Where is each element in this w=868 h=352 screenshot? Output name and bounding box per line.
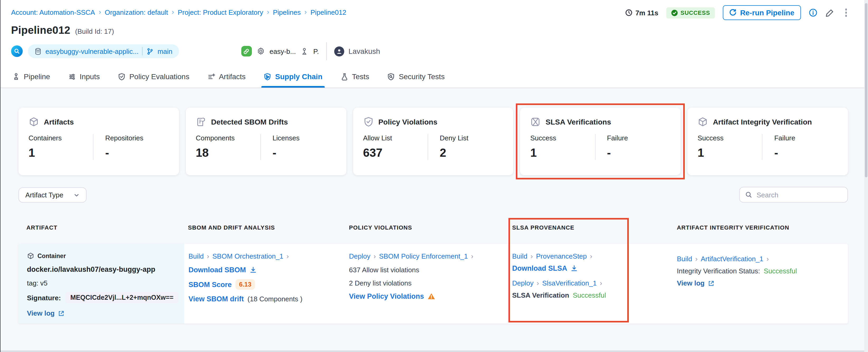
repo-pill[interactable]: easybuggy-vulnerable-applic... main <box>28 44 179 58</box>
cube-icon <box>27 252 34 260</box>
title-row: Pipeline012 (Build Id: 17) <box>11 24 114 36</box>
chevron-right-icon: › <box>267 8 269 16</box>
breadcrumb-organization[interactable]: Organization: default <box>105 8 168 17</box>
metric-label: Components <box>196 134 260 142</box>
breadcrumb-account[interactable]: Account: Automation-SSCA <box>11 8 95 17</box>
status-text: SUCCESS <box>681 9 710 16</box>
tab-inputs[interactable]: Inputs <box>67 65 101 88</box>
card-artifact-integrity: Artifact Integrity Verification Success1… <box>687 108 848 175</box>
tab-artifacts[interactable]: Artifacts <box>206 65 247 88</box>
status-badge: SUCCESS <box>666 7 715 18</box>
cell-slsa: Build › ProvenanceStep › Download SLSA D… <box>512 244 639 323</box>
allow-list-violations: 637 Allow list violations <box>349 266 507 274</box>
git-branch-icon <box>147 47 154 55</box>
sbom-document-icon <box>196 117 207 127</box>
step-link[interactable]: SBOM Policy Enforcement_1 <box>379 252 468 260</box>
tab-policy-evaluations[interactable]: Policy Evaluations <box>117 65 190 88</box>
tab-pipeline[interactable]: Pipeline <box>11 65 51 88</box>
shield-search-icon <box>387 72 395 81</box>
download-sbom-link[interactable]: Download SBOM <box>188 266 246 274</box>
metric-label: Failure <box>774 134 838 142</box>
shield-check-icon <box>363 117 374 127</box>
flask-icon <box>340 72 348 81</box>
delegate-icon <box>301 47 309 55</box>
deny-list-violations: 2 Deny list violations <box>349 279 507 287</box>
delegate-initial: P. <box>313 47 319 55</box>
breadcrumb: Account: Automation-SSCA › Organization:… <box>11 8 346 17</box>
repo-name: easybuggy-vulnerable-applic... <box>45 47 138 55</box>
metric-label: Success <box>530 134 595 142</box>
slsa-status-label: SLSA Verification <box>512 291 569 299</box>
step-link[interactable]: SlsaVerification_1 <box>542 279 597 287</box>
view-log-link[interactable]: View log <box>677 279 843 287</box>
view-policy-violations-link[interactable]: View Policy Violations <box>349 292 424 300</box>
scrollbar-thumb[interactable] <box>865 3 867 177</box>
card-policy-violations: Policy Violations Allow List637 Deny Lis… <box>353 108 514 175</box>
trigger-icon <box>11 45 23 57</box>
tab-label: Artifacts <box>219 72 246 81</box>
step-link[interactable]: SBOM Orchestration_1 <box>213 252 283 260</box>
edit-pencil-icon[interactable] <box>825 8 834 17</box>
stage-link[interactable]: Deploy <box>512 279 533 287</box>
view-log-label: View log <box>677 279 705 287</box>
tab-supply-chain[interactable]: Supply Chain <box>262 65 323 88</box>
duration-text: 7m 11s <box>636 9 658 17</box>
download-slsa-link[interactable]: Download SLSA <box>512 264 567 272</box>
top-actions: 7m 11s SUCCESS Re-run Pipeline <box>625 5 850 20</box>
breadcrumb-pipeline012[interactable]: Pipeline012 <box>310 8 346 17</box>
step-link[interactable]: ArtifactVerification_1 <box>701 255 764 263</box>
vertical-scrollbar[interactable] <box>864 0 868 352</box>
download-icon <box>571 265 578 272</box>
rerun-pipeline-button[interactable]: Re-run Pipeline <box>723 5 801 20</box>
chevron-right-icon: › <box>286 252 289 260</box>
page-header: Account: Automation-SSCA › Organization:… <box>0 0 868 88</box>
tab-label: Inputs <box>80 72 100 81</box>
branch-name: main <box>158 47 173 55</box>
sbom-score-link[interactable]: SBOM Score <box>188 281 232 288</box>
metric-value: - <box>105 146 169 160</box>
cube-icon <box>29 117 39 127</box>
execution-duration: 7m 11s <box>625 9 658 17</box>
cube-icon <box>698 117 708 127</box>
tab-bar: Pipeline Inputs Policy Evaluations Artif… <box>11 65 445 88</box>
cell-policy: Deploy › SBOM Policy Enforcement_1 › 637… <box>349 244 507 323</box>
metric-label: Repositories <box>105 134 169 142</box>
card-slsa-verifications: SLSA Verifications Success1 Failure- <box>520 108 681 175</box>
tab-tests[interactable]: Tests <box>339 65 370 88</box>
cell-sbom: Build › SBOM Orchestration_1 › Download … <box>188 244 345 323</box>
signature-value[interactable]: MEQCICde2Vjl...L+2+mqnOXw== <box>66 292 178 303</box>
stage-link[interactable]: Build <box>677 255 692 263</box>
refresh-icon <box>729 9 737 17</box>
breadcrumb-pipelines[interactable]: Pipelines <box>273 8 301 17</box>
shield-check-icon <box>118 72 126 81</box>
metric-label: Failure <box>607 134 671 142</box>
column-header-slsa: SLSA PROVENANCE <box>512 224 575 231</box>
rerun-label: Re-run Pipeline <box>740 8 794 17</box>
view-log-link[interactable]: View log <box>27 309 177 317</box>
more-options-icon[interactable] <box>842 8 850 18</box>
breadcrumb-project[interactable]: Project: Product Exploratory <box>178 8 263 17</box>
table-row: Container docker.io/lavakush07/easy-bugg… <box>19 244 848 323</box>
step-link[interactable]: ProvenanceStep <box>536 252 587 260</box>
artifact-name: docker.io/lavakush07/easy-buggy-app <box>27 265 177 274</box>
chevron-right-icon: › <box>99 8 101 16</box>
column-header-sbom: SBOM AND DRIFT ANALYSIS <box>188 224 275 231</box>
chevron-right-icon: › <box>767 255 769 263</box>
window-left-edge <box>0 0 1 352</box>
sbom-score-badge: 6.13 <box>236 279 255 290</box>
tab-label: Policy Evaluations <box>129 72 189 81</box>
artifact-type-text: Container <box>37 253 66 259</box>
search-box <box>739 187 848 203</box>
stage-link[interactable]: Deploy <box>349 252 370 260</box>
view-sbom-drift-link[interactable]: View SBOM drift <box>188 295 244 303</box>
search-input[interactable] <box>756 191 836 199</box>
pill-divider <box>142 47 143 56</box>
stage-link[interactable]: Build <box>512 252 527 260</box>
card-title: Detected SBOM Drifts <box>211 118 288 126</box>
tab-security-tests[interactable]: Security Tests <box>386 65 446 88</box>
search-icon <box>745 191 752 198</box>
artifact-type-select[interactable]: Artifact Type <box>19 187 87 203</box>
stage-link[interactable]: Build <box>188 252 204 260</box>
info-icon[interactable] <box>809 8 817 17</box>
cell-integrity: Build › ArtifactVerification_1 › Integri… <box>677 244 843 323</box>
